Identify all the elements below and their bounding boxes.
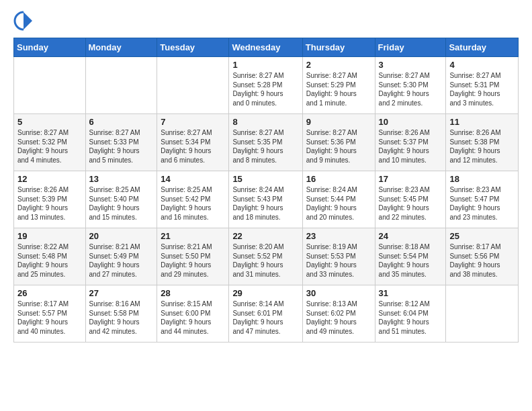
calendar-cell: 8Sunrise: 8:27 AMSunset: 5:35 PMDaylight… <box>229 114 302 171</box>
day-number: 5 <box>17 117 82 127</box>
calendar-cell: 14Sunrise: 8:25 AMSunset: 5:42 PMDayligh… <box>157 171 229 228</box>
day-number: 26 <box>17 288 82 298</box>
cell-content: Sunrise: 8:27 AMSunset: 5:35 PMDaylight:… <box>232 128 298 165</box>
cell-content: Sunrise: 8:18 AMSunset: 5:54 PMDaylight:… <box>379 242 443 279</box>
calendar-cell: 17Sunrise: 8:23 AMSunset: 5:45 PMDayligh… <box>375 171 446 228</box>
day-number: 8 <box>232 117 298 127</box>
day-number: 20 <box>89 231 154 241</box>
cell-content: Sunrise: 8:22 AMSunset: 5:48 PMDaylight:… <box>17 242 82 279</box>
day-number: 30 <box>306 288 371 298</box>
logo <box>13 11 36 31</box>
weekday-row: SundayMondayTuesdayWednesdayThursdayFrid… <box>14 38 519 57</box>
day-number: 22 <box>232 231 298 241</box>
logo-icon <box>13 11 34 31</box>
calendar-cell: 22Sunrise: 8:20 AMSunset: 5:52 PMDayligh… <box>229 228 302 285</box>
calendar-cell: 27Sunrise: 8:16 AMSunset: 5:58 PMDayligh… <box>85 285 157 342</box>
weekday-header-saturday: Saturday <box>446 38 519 57</box>
day-number: 1 <box>232 60 298 70</box>
day-number: 16 <box>306 174 371 184</box>
weekday-header-monday: Monday <box>85 38 157 57</box>
day-number: 21 <box>161 231 225 241</box>
calendar-cell <box>157 57 229 114</box>
cell-content: Sunrise: 8:25 AMSunset: 5:40 PMDaylight:… <box>89 185 154 222</box>
cell-content: Sunrise: 8:17 AMSunset: 5:57 PMDaylight:… <box>17 300 82 336</box>
cell-content: Sunrise: 8:26 AMSunset: 5:38 PMDaylight:… <box>449 128 515 165</box>
day-number: 29 <box>232 288 298 298</box>
cell-content: Sunrise: 8:13 AMSunset: 6:02 PMDaylight:… <box>306 300 371 336</box>
cell-content: Sunrise: 8:27 AMSunset: 5:34 PMDaylight:… <box>161 128 225 165</box>
calendar-cell: 4Sunrise: 8:27 AMSunset: 5:31 PMDaylight… <box>446 57 519 114</box>
day-number: 3 <box>379 60 443 70</box>
cell-content: Sunrise: 8:19 AMSunset: 5:53 PMDaylight:… <box>306 242 371 279</box>
calendar-cell: 5Sunrise: 8:27 AMSunset: 5:32 PMDaylight… <box>14 114 86 171</box>
day-number: 11 <box>449 117 515 127</box>
cell-content: Sunrise: 8:21 AMSunset: 5:50 PMDaylight:… <box>161 242 225 279</box>
weekday-header-sunday: Sunday <box>14 38 86 57</box>
day-number: 27 <box>89 288 154 298</box>
calendar-cell: 6Sunrise: 8:27 AMSunset: 5:33 PMDaylight… <box>85 114 157 171</box>
calendar-week-5: 26Sunrise: 8:17 AMSunset: 5:57 PMDayligh… <box>14 285 519 342</box>
cell-content: Sunrise: 8:24 AMSunset: 5:43 PMDaylight:… <box>232 185 298 222</box>
weekday-header-tuesday: Tuesday <box>157 38 229 57</box>
calendar-cell: 26Sunrise: 8:17 AMSunset: 5:57 PMDayligh… <box>14 285 86 342</box>
weekday-header-wednesday: Wednesday <box>229 38 302 57</box>
cell-content: Sunrise: 8:27 AMSunset: 5:31 PMDaylight:… <box>449 71 515 107</box>
page: SundayMondayTuesdayWednesdayThursdayFrid… <box>0 0 532 353</box>
cell-content: Sunrise: 8:17 AMSunset: 5:56 PMDaylight:… <box>449 242 515 279</box>
day-number: 6 <box>89 117 154 127</box>
calendar-cell: 20Sunrise: 8:21 AMSunset: 5:49 PMDayligh… <box>85 228 157 285</box>
day-number: 28 <box>161 288 225 298</box>
calendar-week-3: 12Sunrise: 8:26 AMSunset: 5:39 PMDayligh… <box>14 171 519 228</box>
calendar-cell <box>14 57 86 114</box>
day-number: 24 <box>379 231 443 241</box>
day-number: 4 <box>449 60 515 70</box>
cell-content: Sunrise: 8:27 AMSunset: 5:32 PMDaylight:… <box>17 128 82 165</box>
cell-content: Sunrise: 8:21 AMSunset: 5:49 PMDaylight:… <box>89 242 154 279</box>
calendar-cell: 10Sunrise: 8:26 AMSunset: 5:37 PMDayligh… <box>375 114 446 171</box>
calendar-week-2: 5Sunrise: 8:27 AMSunset: 5:32 PMDaylight… <box>14 114 519 171</box>
calendar-cell <box>446 285 519 342</box>
weekday-header-friday: Friday <box>375 38 446 57</box>
calendar-cell <box>85 57 157 114</box>
cell-content: Sunrise: 8:26 AMSunset: 5:37 PMDaylight:… <box>379 128 443 165</box>
calendar-cell: 30Sunrise: 8:13 AMSunset: 6:02 PMDayligh… <box>302 285 375 342</box>
calendar-cell: 25Sunrise: 8:17 AMSunset: 5:56 PMDayligh… <box>446 228 519 285</box>
calendar-cell: 16Sunrise: 8:24 AMSunset: 5:44 PMDayligh… <box>302 171 375 228</box>
calendar-week-4: 19Sunrise: 8:22 AMSunset: 5:48 PMDayligh… <box>14 228 519 285</box>
cell-content: Sunrise: 8:25 AMSunset: 5:42 PMDaylight:… <box>161 185 225 222</box>
day-number: 18 <box>449 174 515 184</box>
calendar-cell: 24Sunrise: 8:18 AMSunset: 5:54 PMDayligh… <box>375 228 446 285</box>
day-number: 19 <box>17 231 82 241</box>
cell-content: Sunrise: 8:24 AMSunset: 5:44 PMDaylight:… <box>306 185 371 222</box>
calendar-header: SundayMondayTuesdayWednesdayThursdayFrid… <box>14 38 519 57</box>
day-number: 12 <box>17 174 82 184</box>
header <box>13 11 519 31</box>
cell-content: Sunrise: 8:27 AMSunset: 5:29 PMDaylight:… <box>306 71 371 107</box>
calendar-cell: 11Sunrise: 8:26 AMSunset: 5:38 PMDayligh… <box>446 114 519 171</box>
cell-content: Sunrise: 8:27 AMSunset: 5:33 PMDaylight:… <box>89 128 154 165</box>
cell-content: Sunrise: 8:23 AMSunset: 5:47 PMDaylight:… <box>449 185 515 222</box>
calendar-week-1: 1Sunrise: 8:27 AMSunset: 5:28 PMDaylight… <box>14 57 519 114</box>
cell-content: Sunrise: 8:23 AMSunset: 5:45 PMDaylight:… <box>379 185 443 222</box>
calendar-cell: 3Sunrise: 8:27 AMSunset: 5:30 PMDaylight… <box>375 57 446 114</box>
day-number: 31 <box>379 288 443 298</box>
calendar-cell: 13Sunrise: 8:25 AMSunset: 5:40 PMDayligh… <box>85 171 157 228</box>
calendar-table: SundayMondayTuesdayWednesdayThursdayFrid… <box>13 38 519 342</box>
day-number: 23 <box>306 231 371 241</box>
calendar-cell: 7Sunrise: 8:27 AMSunset: 5:34 PMDaylight… <box>157 114 229 171</box>
cell-content: Sunrise: 8:27 AMSunset: 5:28 PMDaylight:… <box>232 71 298 107</box>
calendar-cell: 21Sunrise: 8:21 AMSunset: 5:50 PMDayligh… <box>157 228 229 285</box>
cell-content: Sunrise: 8:16 AMSunset: 5:58 PMDaylight:… <box>89 300 154 336</box>
calendar-cell: 9Sunrise: 8:27 AMSunset: 5:36 PMDaylight… <box>302 114 375 171</box>
day-number: 9 <box>306 117 371 127</box>
calendar-cell: 18Sunrise: 8:23 AMSunset: 5:47 PMDayligh… <box>446 171 519 228</box>
day-number: 25 <box>449 231 515 241</box>
calendar-cell: 1Sunrise: 8:27 AMSunset: 5:28 PMDaylight… <box>229 57 302 114</box>
calendar-cell: 15Sunrise: 8:24 AMSunset: 5:43 PMDayligh… <box>229 171 302 228</box>
calendar-cell: 19Sunrise: 8:22 AMSunset: 5:48 PMDayligh… <box>14 228 86 285</box>
day-number: 13 <box>89 174 154 184</box>
cell-content: Sunrise: 8:15 AMSunset: 6:00 PMDaylight:… <box>161 300 225 336</box>
day-number: 10 <box>379 117 443 127</box>
cell-content: Sunrise: 8:27 AMSunset: 5:36 PMDaylight:… <box>306 128 371 165</box>
cell-content: Sunrise: 8:27 AMSunset: 5:30 PMDaylight:… <box>379 71 443 107</box>
